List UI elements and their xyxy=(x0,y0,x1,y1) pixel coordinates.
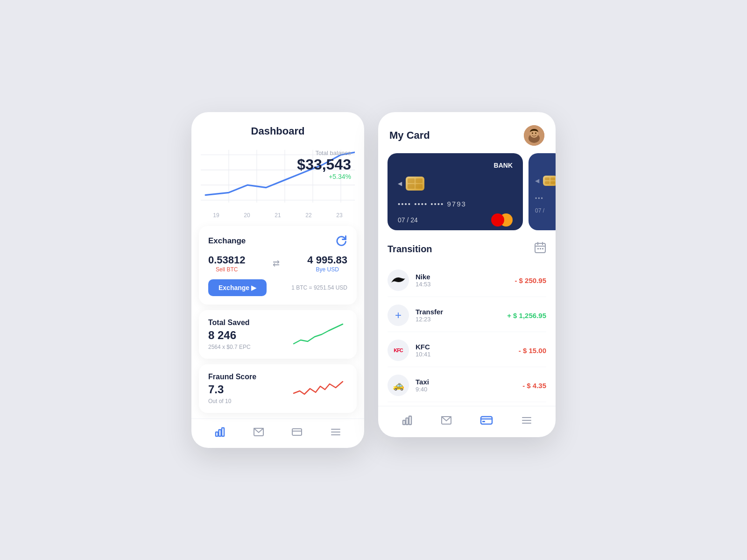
card-carousel: BANK ◀ •••• •••• •••• 9793 07 / 24 xyxy=(378,153,556,230)
partial-chip-rect xyxy=(543,176,556,186)
exchange-button[interactable]: Exchange ▶ xyxy=(208,279,267,296)
dashboard-title: Dashboard xyxy=(204,125,351,137)
bank-card-partial[interactable]: ◀ ••• 07 / xyxy=(529,153,556,230)
chart-labels: 19 20 21 22 23 xyxy=(191,210,364,219)
transfer-amount: + $ 1,256.95 xyxy=(507,312,546,319)
svg-rect-11 xyxy=(222,428,224,436)
buy-label: Bye USD xyxy=(307,266,347,273)
transition-section: Transition xyxy=(378,241,556,402)
transaction-nike: Nike 14:53 - $ 250.95 xyxy=(388,264,546,297)
mycard-header: My Card xyxy=(378,112,556,153)
transition-header: Transition xyxy=(388,241,546,256)
svg-rect-9 xyxy=(216,432,218,436)
total-saved-title: Total Saved xyxy=(208,319,251,327)
dashboard-bottom-nav xyxy=(191,418,364,448)
total-saved-chart xyxy=(291,320,347,348)
fraud-score-card: Fraund Score 7.3 Out of 10 xyxy=(199,364,357,413)
transition-title: Transition xyxy=(388,244,432,255)
kfc-info: KFC 10:41 xyxy=(416,343,512,358)
sell-amount: 0.53812 xyxy=(208,254,246,266)
svg-rect-31 xyxy=(406,418,409,425)
balance-label: Total balance xyxy=(297,149,351,156)
nav-card-icon[interactable] xyxy=(291,426,303,440)
svg-rect-28 xyxy=(540,248,541,249)
fraud-sub: Out of 10 xyxy=(208,398,256,404)
mycard-phone: My Card BANK ◀ xyxy=(378,112,556,437)
nav-dashboard-icon[interactable] xyxy=(214,426,226,440)
nav-menu-icon[interactable] xyxy=(330,426,341,440)
mycard-title: My Card xyxy=(389,129,430,142)
svg-rect-10 xyxy=(219,430,221,436)
total-saved-info: Total Saved 8 246 2564 x $0.7 EPC xyxy=(208,319,251,350)
balance-overlay: Total balance $33,543 +5.34% xyxy=(297,149,351,180)
balance-change: +5.34% xyxy=(297,173,351,180)
nike-name: Nike xyxy=(416,273,508,281)
transaction-list: Nike 14:53 - $ 250.95 + Transfer 12:23 +… xyxy=(388,264,546,402)
exchange-card: Exchange 0.53812 Sell BTC ⇄ 4 9 xyxy=(199,226,357,305)
bank-name: BANK xyxy=(398,162,513,169)
mycard-nav-card-icon[interactable] xyxy=(480,414,493,430)
screens-container: Dashboard xyxy=(191,112,556,448)
fraud-score-content: Fraund Score 7.3 Out of 10 xyxy=(208,373,347,404)
card-left-arrow: ◀ xyxy=(398,180,402,187)
exchange-header: Exchange xyxy=(208,234,347,248)
sell-label: Sell BTC xyxy=(208,266,246,273)
mycard-nav-menu-icon[interactable] xyxy=(521,415,532,429)
transaction-taxi: 🚕 Taxi 9:40 - $ 4.35 xyxy=(388,369,546,402)
taxi-name: Taxi xyxy=(416,378,516,386)
fraud-chart xyxy=(291,375,347,403)
dashboard-cards: Exchange 0.53812 Sell BTC ⇄ 4 9 xyxy=(191,219,364,413)
svg-rect-34 xyxy=(481,417,492,424)
svg-rect-29 xyxy=(542,248,543,249)
total-saved-card: Total Saved 8 246 2564 x $0.7 EPC xyxy=(199,310,357,359)
taxi-time: 9:40 xyxy=(416,386,516,393)
balance-value: $33,543 xyxy=(297,156,351,173)
buy-usd-block: 4 995.83 Bye USD xyxy=(307,254,347,273)
nav-mail-icon[interactable] xyxy=(253,426,264,440)
swap-arrows-icon[interactable]: ⇄ xyxy=(273,258,280,269)
chip-area: ◀ xyxy=(398,177,513,191)
mycard-bottom-nav xyxy=(378,406,556,437)
svg-rect-36 xyxy=(482,421,485,422)
kfc-time: 10:41 xyxy=(416,351,512,358)
card-footer: 07 / 24 xyxy=(398,213,513,227)
total-saved-content: Total Saved 8 246 2564 x $0.7 EPC xyxy=(208,319,347,350)
card-number: •••• •••• •••• 9793 xyxy=(398,200,513,208)
kfc-logo: KFC xyxy=(388,340,409,361)
mycard-nav-mail-icon[interactable] xyxy=(441,415,452,429)
svg-point-21 xyxy=(532,133,533,134)
kfc-amount: - $ 15.00 xyxy=(519,347,546,354)
nike-time: 14:53 xyxy=(416,281,508,288)
total-saved-value: 8 246 xyxy=(208,329,251,342)
nike-amount: - $ 250.95 xyxy=(514,276,546,284)
svg-point-22 xyxy=(535,133,536,134)
kfc-name: KFC xyxy=(416,343,512,351)
sell-btc-block: 0.53812 Sell BTC xyxy=(208,254,246,273)
svg-rect-13 xyxy=(292,429,302,435)
card-expiry: 07 / 24 xyxy=(398,216,418,224)
dashboard-phone: Dashboard xyxy=(191,112,364,448)
mycard-nav-chart-icon[interactable] xyxy=(402,415,413,429)
fraud-title: Fraund Score xyxy=(208,373,256,381)
avatar xyxy=(524,125,544,146)
transaction-transfer: + Transfer 12:23 + $ 1,256.95 xyxy=(388,299,546,332)
taxi-info: Taxi 9:40 xyxy=(416,378,516,393)
transfer-info: Transfer 12:23 xyxy=(416,308,500,323)
nike-logo xyxy=(388,269,409,291)
exchange-title: Exchange xyxy=(208,236,246,246)
calendar-icon[interactable] xyxy=(534,241,546,256)
taxi-amount: - $ 4.35 xyxy=(522,382,546,390)
nike-info: Nike 14:53 xyxy=(416,273,508,288)
bank-card-main[interactable]: BANK ◀ •••• •••• •••• 9793 07 / 24 xyxy=(388,153,523,230)
refresh-icon[interactable] xyxy=(334,234,347,248)
transfer-time: 12:23 xyxy=(416,316,500,323)
exchange-amounts-row: 0.53812 Sell BTC ⇄ 4 995.83 Bye USD xyxy=(208,254,347,273)
fraud-info: Fraund Score 7.3 Out of 10 xyxy=(208,373,256,404)
total-saved-sub: 2564 x $0.7 EPC xyxy=(208,344,251,350)
fraud-value: 7.3 xyxy=(208,383,256,396)
buy-amount: 4 995.83 xyxy=(307,254,347,266)
svg-rect-27 xyxy=(537,248,539,249)
taxi-logo: 🚕 xyxy=(388,375,409,396)
mc-red-circle xyxy=(491,213,504,227)
svg-rect-32 xyxy=(409,416,411,425)
